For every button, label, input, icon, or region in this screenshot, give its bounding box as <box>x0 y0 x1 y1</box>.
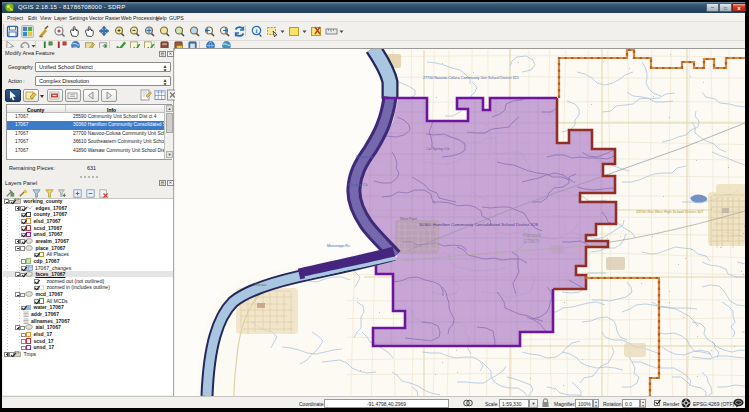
svg-text:West Point: West Point <box>400 217 417 221</box>
svg-text:43560 Illini West High School: 43560 Illini West High School District 3… <box>636 210 703 214</box>
svg-text:Cat Spring Crk: Cat Spring Crk <box>426 147 450 151</box>
svg-text:(17067): (17067) <box>523 239 539 244</box>
svg-text:Sonora Ck: Sonora Ck <box>356 155 373 159</box>
svg-text:Warsaw: Warsaw <box>254 283 267 287</box>
svg-text:Mississippi Rv: Mississippi Rv <box>327 244 350 248</box>
svg-text:Wapping Ck: Wapping Ck <box>348 183 368 187</box>
svg-text:27700 Nauvoo-Colusa Community: 27700 Nauvoo-Colusa Community Unit Schoo… <box>423 76 519 80</box>
svg-text:30360 Hamilton Community Conso: 30360 Hamilton Community Consolidated Sc… <box>419 222 538 227</box>
svg-text:i: i <box>256 27 258 35</box>
svg-text:Hancock: Hancock <box>523 233 542 238</box>
